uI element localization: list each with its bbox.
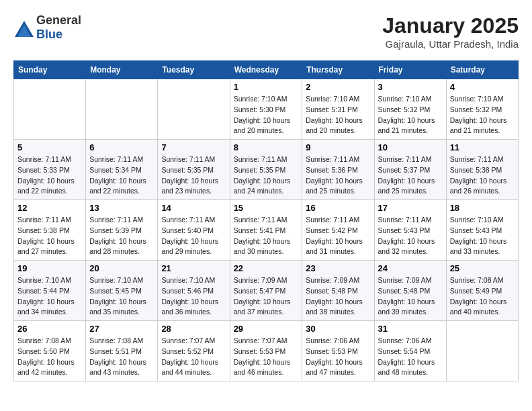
day-info: Sunrise: 7:09 AMSunset: 5:48 PMDaylight:… [378,275,443,318]
calendar-cell: 9Sunrise: 7:11 AMSunset: 5:36 PMDaylight… [302,140,374,200]
weekday-header: Thursday [302,61,374,79]
day-info: Sunrise: 7:11 AMSunset: 5:40 PMDaylight:… [161,215,226,257]
day-number: 21 [161,263,226,273]
calendar-cell: 31Sunrise: 7:06 AMSunset: 5:54 PMDayligh… [374,321,446,381]
day-info: Sunrise: 7:11 AMSunset: 5:39 PMDaylight:… [89,215,154,257]
day-info: Sunrise: 7:08 AMSunset: 5:49 PMDaylight:… [450,275,515,318]
calendar-week-row: 1Sunrise: 7:10 AMSunset: 5:30 PMDaylight… [14,79,519,140]
day-info: Sunrise: 7:08 AMSunset: 5:50 PMDaylight:… [17,336,82,378]
day-number: 28 [161,324,226,334]
day-info: Sunrise: 7:10 AMSunset: 5:46 PMDaylight:… [161,275,226,318]
title-block: January 2025 Gajraula, Uttar Pradesh, In… [382,13,519,50]
calendar-cell: 4Sunrise: 7:10 AMSunset: 5:32 PMDaylight… [446,79,518,140]
calendar-cell: 18Sunrise: 7:10 AMSunset: 5:43 PMDayligh… [446,200,518,261]
day-info: Sunrise: 7:10 AMSunset: 5:31 PMDaylight:… [306,94,370,136]
day-number: 16 [306,203,370,213]
day-info: Sunrise: 7:11 AMSunset: 5:43 PMDaylight:… [378,215,443,257]
calendar-cell: 30Sunrise: 7:06 AMSunset: 5:53 PMDayligh… [302,321,374,381]
calendar-cell: 16Sunrise: 7:11 AMSunset: 5:42 PMDayligh… [302,200,374,261]
weekday-header: Tuesday [158,61,230,79]
day-number: 10 [378,142,443,152]
calendar-cell: 10Sunrise: 7:11 AMSunset: 5:37 PMDayligh… [374,140,446,200]
day-number: 20 [89,263,154,273]
location: Gajraula, Uttar Pradesh, India [382,38,519,50]
day-number: 7 [161,142,226,152]
month-title: January 2025 [382,13,519,38]
calendar-table: SundayMondayTuesdayWednesdayThursdayFrid… [13,60,519,381]
weekday-header: Friday [374,61,446,79]
calendar-cell: 14Sunrise: 7:11 AMSunset: 5:40 PMDayligh… [158,200,230,261]
day-number: 27 [89,324,154,334]
calendar-cell: 29Sunrise: 7:07 AMSunset: 5:53 PMDayligh… [230,321,302,381]
calendar-cell: 2Sunrise: 7:10 AMSunset: 5:31 PMDaylight… [302,79,374,140]
day-number: 30 [306,324,370,334]
calendar-cell: 15Sunrise: 7:11 AMSunset: 5:41 PMDayligh… [230,200,302,261]
day-info: Sunrise: 7:10 AMSunset: 5:45 PMDaylight:… [89,275,154,318]
calendar-cell: 6Sunrise: 7:11 AMSunset: 5:34 PMDaylight… [86,140,158,200]
day-number: 11 [450,142,515,152]
day-number: 3 [378,82,443,92]
day-number: 22 [234,263,299,273]
calendar-cell [14,79,86,140]
day-number: 29 [234,324,299,334]
day-info: Sunrise: 7:11 AMSunset: 5:37 PMDaylight:… [378,154,443,197]
day-number: 1 [234,82,299,92]
day-number: 14 [161,203,226,213]
day-info: Sunrise: 7:09 AMSunset: 5:48 PMDaylight:… [306,275,370,318]
calendar-cell [158,79,230,140]
calendar-cell: 17Sunrise: 7:11 AMSunset: 5:43 PMDayligh… [374,200,446,261]
logo-icon [13,19,34,36]
day-number: 4 [450,82,515,92]
weekday-header: Sunday [14,61,86,79]
day-info: Sunrise: 7:10 AMSunset: 5:32 PMDaylight:… [450,94,515,136]
weekday-header: Saturday [446,61,518,79]
day-number: 5 [17,142,82,152]
calendar-week-row: 19Sunrise: 7:10 AMSunset: 5:44 PMDayligh… [14,261,519,321]
day-number: 19 [17,263,82,273]
calendar-cell: 21Sunrise: 7:10 AMSunset: 5:46 PMDayligh… [158,261,230,321]
day-info: Sunrise: 7:10 AMSunset: 5:43 PMDaylight:… [450,215,515,257]
day-number: 13 [89,203,154,213]
day-info: Sunrise: 7:11 AMSunset: 5:35 PMDaylight:… [161,154,226,197]
day-number: 15 [234,203,299,213]
day-number: 8 [234,142,299,152]
day-info: Sunrise: 7:11 AMSunset: 5:38 PMDaylight:… [17,215,82,257]
day-info: Sunrise: 7:10 AMSunset: 5:30 PMDaylight:… [234,94,299,136]
day-number: 24 [378,263,443,273]
calendar-cell: 7Sunrise: 7:11 AMSunset: 5:35 PMDaylight… [158,140,230,200]
day-number: 2 [306,82,370,92]
calendar-cell [446,321,518,381]
page-header: General Blue January 2025 Gajraula, Utta… [13,13,519,50]
weekday-header: Monday [86,61,158,79]
calendar-week-row: 26Sunrise: 7:08 AMSunset: 5:50 PMDayligh… [14,321,519,381]
day-number: 17 [378,203,443,213]
logo-general: General [36,13,81,27]
day-info: Sunrise: 7:11 AMSunset: 5:42 PMDaylight:… [306,215,370,257]
day-number: 18 [450,203,515,213]
day-info: Sunrise: 7:11 AMSunset: 5:35 PMDaylight:… [234,154,299,197]
calendar-header-row: SundayMondayTuesdayWednesdayThursdayFrid… [14,61,519,79]
day-info: Sunrise: 7:06 AMSunset: 5:53 PMDaylight:… [306,336,370,378]
calendar-cell: 3Sunrise: 7:10 AMSunset: 5:32 PMDaylight… [374,79,446,140]
calendar-week-row: 12Sunrise: 7:11 AMSunset: 5:38 PMDayligh… [14,200,519,261]
day-info: Sunrise: 7:10 AMSunset: 5:44 PMDaylight:… [17,275,82,318]
calendar-cell: 28Sunrise: 7:07 AMSunset: 5:52 PMDayligh… [158,321,230,381]
day-number: 6 [89,142,154,152]
logo-blue: Blue [36,28,62,41]
calendar-cell: 20Sunrise: 7:10 AMSunset: 5:45 PMDayligh… [86,261,158,321]
calendar-cell: 24Sunrise: 7:09 AMSunset: 5:48 PMDayligh… [374,261,446,321]
calendar-cell: 19Sunrise: 7:10 AMSunset: 5:44 PMDayligh… [14,261,86,321]
day-info: Sunrise: 7:08 AMSunset: 5:51 PMDaylight:… [89,336,154,378]
day-number: 23 [306,263,370,273]
calendar-cell: 11Sunrise: 7:11 AMSunset: 5:38 PMDayligh… [446,140,518,200]
weekday-header: Wednesday [230,61,302,79]
day-info: Sunrise: 7:11 AMSunset: 5:38 PMDaylight:… [450,154,515,197]
calendar-cell: 5Sunrise: 7:11 AMSunset: 5:33 PMDaylight… [14,140,86,200]
calendar-cell: 26Sunrise: 7:08 AMSunset: 5:50 PMDayligh… [14,321,86,381]
day-info: Sunrise: 7:09 AMSunset: 5:47 PMDaylight:… [234,275,299,318]
calendar-cell: 12Sunrise: 7:11 AMSunset: 5:38 PMDayligh… [14,200,86,261]
day-number: 25 [450,263,515,273]
day-info: Sunrise: 7:11 AMSunset: 5:33 PMDaylight:… [17,154,82,197]
calendar-week-row: 5Sunrise: 7:11 AMSunset: 5:33 PMDaylight… [14,140,519,200]
day-info: Sunrise: 7:10 AMSunset: 5:32 PMDaylight:… [378,94,443,136]
